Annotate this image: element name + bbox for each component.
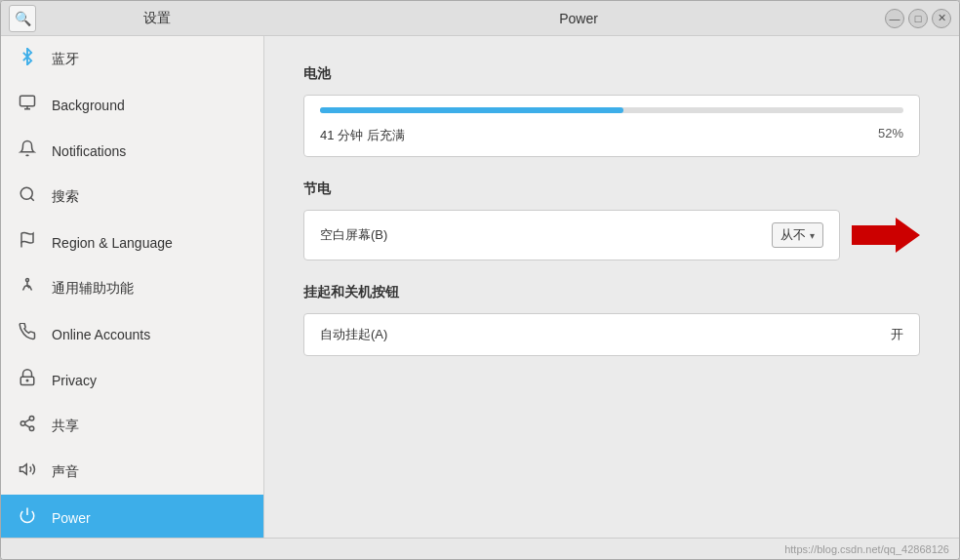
svg-point-9	[29, 417, 34, 421]
svg-point-10	[20, 421, 25, 426]
suspend-row: 自动挂起(A) 开	[320, 326, 903, 343]
content-area: 电池 41 分钟 后充满 52% 节电 空白屏幕(B) 从不	[264, 36, 959, 538]
online-accounts-label: Online Accounts	[52, 327, 150, 342]
power-icon	[17, 506, 38, 529]
sound-label: 声音	[52, 463, 79, 481]
power-save-row: 空白屏幕(B) 从不 ▾	[320, 222, 823, 248]
bluetooth-label: 蓝牙	[52, 51, 79, 68]
statusbar-url: https://blog.csdn.net/qq_42868126	[784, 543, 949, 555]
dropdown-arrow-icon: ▾	[810, 230, 815, 241]
svg-marker-14	[20, 464, 27, 475]
title-bar: 🔍 设置 Power — □ ✕	[1, 1, 959, 36]
notifications-label: Notifications	[52, 143, 126, 159]
privacy-label: Privacy	[52, 373, 97, 388]
region-language-label: Region & Language	[52, 235, 173, 251]
main-window: 🔍 设置 Power — □ ✕	[0, 0, 960, 560]
battery-section-title: 电池	[303, 65, 920, 83]
sidebar-item-notifications[interactable]: Notifications	[1, 128, 263, 174]
main-content: 蓝牙 Background	[1, 36, 959, 538]
svg-line-4	[30, 197, 33, 200]
accessibility-label: 通用辅助功能	[52, 280, 134, 298]
svg-rect-0	[20, 96, 35, 106]
auto-suspend-value: 开	[891, 326, 903, 343]
sidebar-item-privacy[interactable]: Privacy	[1, 357, 263, 403]
svg-line-12	[24, 424, 29, 427]
blank-screen-dropdown[interactable]: 从不 ▾	[772, 222, 823, 248]
svg-point-6	[26, 279, 29, 282]
auto-suspend-label: 自动挂起(A)	[320, 326, 387, 343]
notifications-icon	[17, 140, 38, 162]
battery-percent: 52%	[878, 126, 903, 140]
battery-time-text: 41 分钟 后充满	[320, 127, 405, 144]
statusbar: https://blog.csdn.net/qq_42868126	[1, 538, 959, 559]
bluetooth-icon	[17, 48, 38, 70]
svg-line-13	[24, 420, 29, 422]
svg-marker-16	[852, 218, 920, 253]
blank-screen-label: 空白屏幕(B)	[320, 226, 387, 244]
svg-point-11	[29, 426, 34, 431]
search-icon-button[interactable]: 🔍	[9, 5, 36, 32]
region-language-icon	[17, 231, 38, 254]
title-bar-sections: 🔍 设置 Power — □ ✕	[9, 5, 951, 32]
title-bar-left: 🔍 设置	[9, 5, 272, 32]
search-icon: 🔍	[15, 11, 31, 26]
sidebar-item-region-language[interactable]: Region & Language	[1, 220, 263, 265]
window-title: Power	[272, 11, 885, 26]
sidebar-item-background[interactable]: Background	[1, 82, 263, 128]
sidebar-item-bluetooth[interactable]: 蓝牙	[1, 36, 263, 82]
sidebar: 蓝牙 Background	[1, 36, 264, 538]
sidebar-item-sound[interactable]: 声音	[1, 449, 263, 495]
close-button[interactable]: ✕	[932, 9, 951, 28]
search-label: 搜索	[52, 188, 79, 206]
minimize-button[interactable]: —	[885, 9, 904, 28]
battery-progress-bg	[320, 107, 903, 113]
power-save-card: 空白屏幕(B) 从不 ▾	[303, 210, 840, 260]
battery-info-row: 41 分钟 后充满 52%	[320, 121, 903, 144]
sidebar-item-sharing[interactable]: 共享	[1, 403, 263, 449]
sharing-label: 共享	[52, 418, 79, 435]
background-label: Background	[52, 98, 125, 113]
sidebar-item-online-accounts[interactable]: Online Accounts	[1, 311, 263, 357]
search-item-icon	[17, 185, 38, 208]
blank-screen-value: 从不	[780, 226, 806, 244]
close-icon: ✕	[938, 12, 946, 24]
maximize-icon: □	[915, 13, 922, 24]
window-controls: — □ ✕	[885, 9, 951, 28]
svg-point-3	[20, 187, 32, 199]
minimize-icon: —	[890, 13, 900, 24]
sidebar-item-search[interactable]: 搜索	[1, 174, 263, 220]
power-label: Power	[52, 510, 91, 526]
red-arrow-icon	[852, 218, 920, 253]
sharing-icon	[17, 415, 38, 437]
battery-card: 41 分钟 后充满 52%	[303, 95, 920, 157]
sidebar-item-accessibility[interactable]: 通用辅助功能	[1, 265, 263, 311]
settings-title: 设置	[42, 10, 272, 27]
background-icon	[17, 94, 38, 116]
suspend-card: 自动挂起(A) 开	[303, 313, 920, 356]
sound-icon	[17, 460, 38, 483]
accessibility-icon	[17, 277, 38, 300]
suspend-section-title: 挂起和关机按钮	[303, 284, 920, 301]
sidebar-item-power[interactable]: Power	[1, 495, 263, 538]
power-save-section-title: 节电	[303, 180, 920, 198]
red-arrow-container	[852, 218, 920, 253]
maximize-button[interactable]: □	[908, 9, 928, 28]
online-accounts-icon	[17, 323, 38, 345]
battery-progress-fill	[320, 107, 623, 113]
privacy-icon	[17, 369, 38, 391]
svg-point-8	[26, 380, 28, 381]
